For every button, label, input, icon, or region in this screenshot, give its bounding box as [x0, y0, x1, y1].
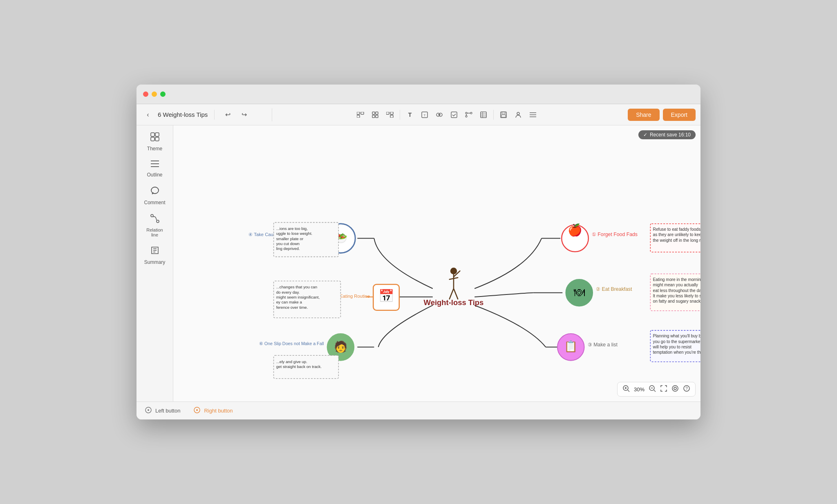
left-button[interactable]: Left button [145, 406, 180, 415]
svg-text:ling deprived.: ling deprived. [276, 246, 300, 251]
tb-icon-2[interactable] [369, 108, 382, 121]
svg-point-14 [470, 112, 472, 114]
svg-text:do every day.: do every day. [276, 290, 300, 294]
redo-button[interactable]: ↪ [237, 108, 251, 121]
tb-link-icon[interactable] [433, 108, 446, 121]
svg-rect-5 [372, 115, 375, 118]
sidebar-item-theme[interactable]: Theme [139, 129, 171, 155]
svg-rect-3 [372, 112, 375, 114]
sidebar: Theme Outline Comment [137, 125, 173, 401]
save-text: Recent save 16:10 [650, 132, 691, 138]
tb-format-icon[interactable]: T [418, 108, 431, 121]
maximize-button[interactable] [160, 91, 166, 97]
tb-connect-icon[interactable] [462, 108, 475, 121]
svg-text:as they are unlikely to keep: as they are unlikely to keep [653, 232, 700, 237]
tb-icon-1[interactable] [354, 108, 367, 121]
left-btn-label: Left button [155, 408, 180, 414]
svg-rect-9 [390, 115, 393, 118]
svg-line-96 [654, 390, 656, 392]
svg-text:Refuse to eat faddy foods: Refuse to eat faddy foods [653, 227, 700, 232]
sidebar-item-relation[interactable]: Relationline [139, 210, 171, 241]
svg-rect-4 [376, 112, 378, 114]
save-icon: ✓ [643, 132, 647, 138]
zoom-out-button[interactable] [649, 385, 656, 394]
tb-save-icon[interactable] [497, 108, 510, 121]
preview-button[interactable] [671, 385, 679, 394]
svg-rect-2 [357, 115, 360, 118]
svg-point-104 [196, 409, 198, 411]
close-button[interactable] [143, 91, 148, 97]
export-button[interactable]: Export [663, 109, 696, 121]
svg-text:temptation when you're there: temptation when you're there [653, 350, 700, 355]
help-button[interactable]: ? [683, 385, 690, 394]
svg-point-33 [157, 220, 159, 223]
svg-text:🍽: 🍽 [574, 286, 585, 299]
svg-point-98 [674, 387, 676, 390]
svg-text:the weight off in the long run: the weight off in the long run [653, 238, 700, 243]
svg-text:③ Make a list: ③ Make a list [588, 342, 618, 348]
theme-label: Theme [147, 146, 162, 152]
tb-sep-2 [493, 110, 494, 120]
svg-rect-8 [390, 112, 393, 114]
titlebar [137, 85, 700, 104]
mindmap-canvas: Weight-loss Tips 🍎 ① Forget Food Fads Re… [173, 125, 700, 401]
svg-text:ference over time.: ference over time. [276, 305, 308, 310]
summary-icon [150, 245, 160, 258]
canvas-area[interactable]: ✓ Recent save 16:10 [173, 125, 700, 401]
tb-icon-3[interactable] [383, 108, 396, 121]
back-button[interactable]: ‹ [141, 108, 154, 121]
sidebar-item-comment[interactable]: Comment [139, 183, 171, 209]
sidebar-item-outline[interactable]: Outline [139, 156, 171, 181]
svg-point-20 [517, 112, 519, 115]
svg-text:ey can make a: ey can make a [276, 300, 302, 304]
tb-list-icon[interactable] [526, 108, 539, 121]
svg-rect-12 [451, 112, 457, 118]
relation-label: Relationline [146, 227, 163, 237]
doc-title: 6 Weight-loss Tips [158, 111, 208, 118]
tb-table-icon[interactable] [477, 108, 490, 121]
svg-text:🍎: 🍎 [568, 223, 582, 237]
tb-user-icon[interactable] [512, 108, 525, 121]
zoom-value: 30% [634, 386, 645, 392]
tb-check-icon[interactable] [448, 108, 461, 121]
relation-icon [150, 214, 160, 226]
svg-text:?: ? [685, 386, 688, 391]
svg-text:② Eat Breakfast: ② Eat Breakfast [596, 286, 632, 292]
theme-icon [150, 132, 160, 144]
undo-button[interactable]: ↩ [221, 108, 234, 121]
svg-rect-25 [155, 133, 159, 136]
svg-text:smaller plate or: smaller plate or [276, 236, 304, 241]
sidebar-item-summary[interactable]: Summary [139, 242, 171, 268]
minimize-button[interactable] [152, 91, 157, 97]
right-button[interactable]: Right button [193, 406, 233, 415]
fit-screen-button[interactable] [660, 385, 667, 394]
svg-text:📋: 📋 [564, 340, 578, 353]
main-area: ‹ 6 Weight-loss Tips ↩ ↪ T T [137, 104, 700, 419]
svg-text:uggle to lose weight.: uggle to lose weight. [276, 231, 313, 236]
svg-text:get straight back on track.: get straight back on track. [276, 364, 322, 369]
zoom-bar: 30% ? [617, 382, 696, 397]
svg-rect-7 [386, 112, 389, 114]
tb-text-icon[interactable]: T [403, 108, 416, 121]
save-badge: ✓ Recent save 16:10 [638, 130, 696, 139]
svg-rect-19 [501, 115, 506, 117]
svg-point-31 [151, 187, 159, 194]
svg-line-93 [628, 390, 629, 392]
share-button[interactable]: Share [628, 109, 659, 121]
svg-text:Weight-loss Tips: Weight-loss Tips [424, 298, 484, 307]
svg-text:📅: 📅 [378, 288, 394, 303]
svg-text:T: T [424, 114, 426, 117]
svg-text:...ions are too big,: ...ions are too big, [276, 226, 308, 231]
svg-rect-24 [151, 133, 154, 136]
toolbar-left: ‹ 6 Weight-loss Tips ↩ ↪ [141, 108, 272, 121]
svg-point-40 [450, 268, 457, 274]
right-btn-label: Right button [204, 408, 233, 414]
svg-rect-6 [376, 115, 378, 118]
svg-text:on fatty and sugary snacks lat: on fatty and sugary snacks later on. [653, 299, 700, 303]
svg-text:It make you less likely to sna: It make you less likely to snack [653, 294, 700, 298]
zoom-in-button[interactable] [622, 385, 630, 394]
svg-text:Eating more in the morning: Eating more in the morning [653, 277, 700, 282]
svg-text:will help you to resist: will help you to resist [653, 345, 692, 349]
toolbar-center: T T [272, 108, 621, 121]
svg-text:you go to the supermarket: you go to the supermarket [653, 339, 700, 344]
